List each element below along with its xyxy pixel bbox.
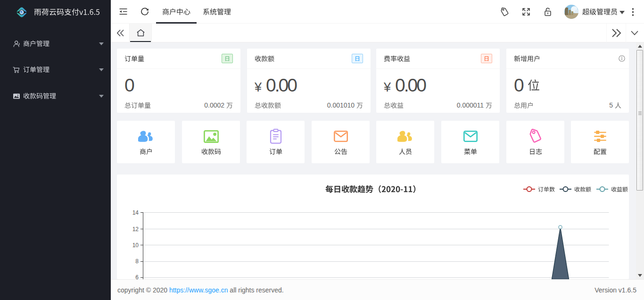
svg-text:10: 10	[132, 242, 139, 249]
svg-text:14: 14	[132, 210, 139, 216]
svg-text:12: 12	[132, 226, 139, 233]
svg-text:8: 8	[135, 258, 139, 265]
svg-text:6: 6	[135, 274, 139, 279]
